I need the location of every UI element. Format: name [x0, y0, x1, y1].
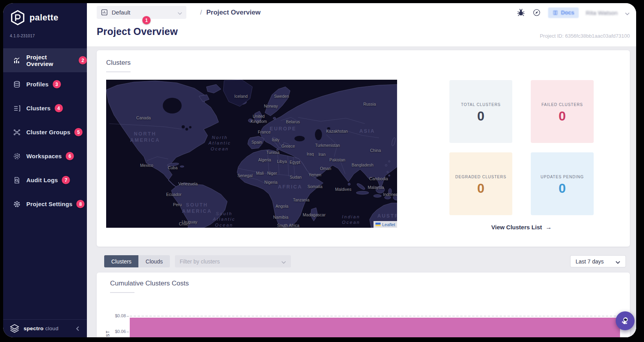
map-label-canada: Canada	[136, 115, 151, 121]
sidebar-collapse-button[interactable]	[75, 326, 81, 331]
map-label-nigeria: Nigeria	[264, 180, 277, 185]
map-label-somalia: Somalia	[307, 184, 322, 189]
stat-value: 0	[477, 109, 484, 124]
map-attribution[interactable]: Leaflet	[374, 221, 397, 228]
date-range-select[interactable]: Last 7 days	[570, 255, 626, 267]
palette-logo-icon	[9, 9, 26, 26]
arrow-right-icon: →	[545, 224, 552, 230]
user-menu[interactable]: Rita Watson	[586, 9, 618, 16]
stat-tile-degraded: DEGRADED CLUSTERS0	[449, 152, 512, 215]
map-label-namibia: Namibia	[273, 215, 289, 220]
map-label-north-america: NORTH AMERICA	[130, 131, 160, 143]
cluster-stats-grid: TOTAL CLUSTERS0FAILED CLUSTERS0DEGRADED …	[449, 82, 594, 217]
sidebar-item-project-overview[interactable]: Project Overview2	[3, 48, 87, 72]
astronaut-icon	[620, 316, 630, 326]
map-label-greece: Greece	[282, 144, 295, 149]
map-label-bangladesh: Bangladesh	[351, 163, 373, 168]
chart-box-icon	[101, 9, 108, 16]
sidebar-item-audit-logs[interactable]: Audit Logs7	[3, 168, 87, 192]
stat-tile-failed: FAILED CLUSTERS0	[531, 80, 594, 143]
ukraine-flag-icon	[375, 223, 381, 226]
breadcrumb-separator: /	[200, 9, 202, 16]
map-label-niger: Niger	[267, 171, 277, 176]
sidebar-item-clusters[interactable]: Clusters4	[3, 96, 87, 120]
chart-gridline	[130, 316, 620, 316]
palette-logo: palette	[9, 9, 59, 26]
sidebar-footer: spectro cloud	[3, 319, 87, 337]
tab-clusters[interactable]: Clusters	[104, 255, 138, 267]
map-label-cambodia: Cambodia	[369, 176, 388, 181]
map-label-peru: Peru	[173, 202, 182, 207]
map-label-venezuela: Venezuela	[178, 181, 197, 187]
docs-button-label: Docs	[561, 9, 574, 16]
y-tick-mark	[127, 316, 129, 316]
map-label-tanzania: Tanzania	[293, 198, 309, 203]
map-label-malaysia: Malaysia	[368, 185, 384, 190]
map-label-chile: Chile	[179, 221, 188, 227]
cluster-filter-select[interactable]: Filter by clusters	[175, 255, 291, 267]
view-clusters-list-link[interactable]: View Clusters List→	[449, 224, 594, 231]
map-label-united-kingdom: United Kingdom	[250, 114, 267, 124]
sidebar-item-project-settings[interactable]: Project Settings8	[3, 192, 87, 216]
app-version: 4.1.0-231017	[10, 34, 35, 38]
spectro-cloud-logo-icon	[9, 324, 20, 334]
map-label-north-atlantic-ocean: North Atlantic Ocean	[208, 135, 231, 152]
title-underline	[106, 71, 131, 72]
map-label-sudan: Sudan	[290, 175, 302, 180]
clusters-card: Clusters	[97, 50, 630, 247]
map-label-mali: Mali	[256, 171, 263, 176]
stat-label: UPDATES PENDING	[541, 175, 584, 179]
map-label-italy: Italy	[272, 137, 279, 143]
breadcrumb-current[interactable]: Project Overview	[206, 9, 261, 16]
screen: palette 4.1.0-231017 Project Overview2Pr…	[0, 0, 644, 342]
tab-clouds[interactable]: Clouds	[138, 255, 170, 267]
map-label-europe: EUROPE	[270, 126, 296, 132]
map-label-angola: Angola	[276, 204, 289, 209]
chevron-down-icon	[177, 10, 182, 15]
bug-icon[interactable]	[517, 8, 525, 17]
som-mark-3: 3	[53, 80, 61, 88]
help-compass-icon[interactable]	[532, 8, 541, 17]
chart-area-series	[130, 318, 620, 337]
costs-card: Cumulative Clusters Costs COST $0.08$0.0…	[97, 273, 630, 337]
chevron-down-icon	[615, 259, 620, 264]
map-label-senegal: Senegal	[237, 173, 253, 178]
map-label-africa: AFRICA	[278, 184, 302, 190]
chevron-down-icon[interactable]	[625, 10, 630, 15]
som-mark-7: 7	[62, 176, 70, 184]
map-label-spain: Spain	[252, 140, 262, 145]
clusters-clouds-tabs: ClustersClouds	[104, 255, 170, 267]
sidebar-item-profiles[interactable]: Profiles3	[3, 72, 87, 96]
layers-stack-icon	[13, 80, 21, 88]
leaflet-link[interactable]: Leaflet	[382, 222, 395, 227]
som-mark-6: 6	[66, 152, 74, 160]
map-label-maldives: Maldives	[335, 187, 351, 192]
som-mark-1: 1	[142, 16, 151, 24]
som-mark-5: 5	[74, 128, 83, 136]
view-clusters-list-label: View Clusters List	[491, 224, 542, 230]
assistant-fab-button[interactable]	[616, 311, 635, 330]
map-label-yemen: Yemen	[309, 172, 321, 177]
sidebar-item-workspaces[interactable]: Workspaces6	[3, 144, 87, 168]
filter-placeholder: Filter by clusters	[180, 258, 281, 265]
sidebar-item-cluster-groups[interactable]: Cluster Groups5	[3, 120, 87, 144]
list-bracket-icon	[13, 104, 21, 112]
world-map[interactable]: IcelandSwedenNorwayRussiaCanadaUnited Ki…	[106, 80, 397, 228]
project-selector-value: Default	[112, 9, 177, 16]
brand-secondary: cloud	[45, 326, 59, 331]
map-label-egypt: Egypt	[290, 160, 300, 165]
stat-label: TOTAL CLUSTERS	[461, 102, 500, 107]
map-label-ecuador: Ecuador	[166, 192, 181, 197]
stat-value: 0	[559, 181, 566, 196]
project-selector[interactable]: Default	[97, 6, 186, 19]
sidebar-item-label: Workspaces	[26, 153, 62, 159]
gear-icon	[13, 200, 21, 208]
breadcrumb: / Project Overview	[200, 3, 261, 22]
docs-button[interactable]: Docs	[548, 7, 579, 18]
map-label-indonesia: Indonesia	[383, 192, 397, 197]
spectro-cloud-brand: spectro cloud	[24, 326, 75, 331]
topbar-actions: Docs Rita Watson	[517, 3, 630, 22]
chevron-down-icon	[281, 259, 286, 264]
title-underline	[110, 292, 134, 293]
book-icon	[552, 10, 558, 16]
